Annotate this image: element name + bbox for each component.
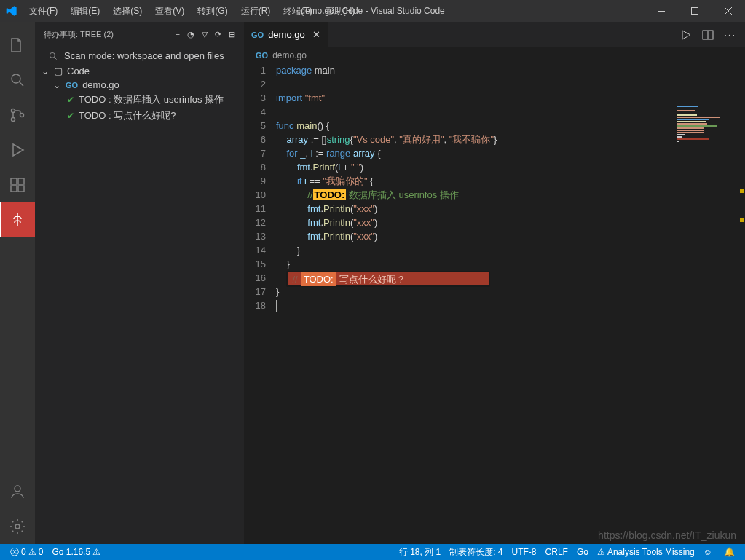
tab-demo-go[interactable]: GO demo.go ✕ [244, 22, 328, 47]
tree-root-label: Code [67, 66, 90, 76]
status-go-version[interactable]: Go 1.16.5 ⚠ [47, 547, 105, 557]
ruler-mark [740, 218, 744, 222]
warning-icon: ⚠ [28, 547, 36, 557]
status-problems[interactable]: ⓧ0 ⚠0 [6, 546, 47, 559]
split-icon[interactable] [702, 29, 714, 41]
svg-point-2 [12, 74, 20, 83]
tree-root[interactable]: ⌄ ▢ Code [35, 64, 244, 78]
svg-rect-7 [11, 186, 17, 192]
minimap[interactable] [677, 106, 735, 149]
line-gutter: 123456789101112131415161718 [244, 63, 276, 544]
svg-point-10 [15, 486, 20, 492]
debug-icon[interactable] [0, 133, 35, 167]
svg-rect-9 [18, 178, 24, 184]
svg-point-5 [20, 114, 24, 117]
ruler-mark [740, 189, 744, 193]
sidebar: 待办事项: TREE (2) ≡ ◔ ▽ ⟳ ⊟ Scan mode: work… [35, 22, 244, 544]
go-file-icon: GO [256, 51, 268, 60]
tree-todo-item[interactable]: ✔ TODO : 数据库插入 userinfos 操作 [35, 92, 244, 108]
filter-icon[interactable]: ▽ [202, 30, 208, 39]
status-tab-size[interactable]: 制表符长度: 4 [445, 546, 507, 559]
menu-item[interactable]: 编辑(E) [65, 2, 106, 20]
tree-file-label: demo.go [82, 79, 119, 90]
gear-icon[interactable] [0, 509, 35, 544]
svg-point-12 [50, 52, 55, 58]
check-circle-icon: ✔ [67, 95, 74, 105]
svg-rect-6 [11, 178, 17, 184]
svg-point-4 [12, 118, 15, 122]
editor-actions: ··· [671, 29, 745, 41]
menu-item[interactable]: 转到(G) [192, 2, 233, 20]
status-ln-col[interactable]: 行 18, 列 1 [395, 546, 445, 559]
svg-point-3 [12, 109, 15, 113]
tree-todo-label: TODO : 数据库插入 userinfos 操作 [79, 93, 224, 106]
svg-rect-8 [18, 186, 24, 192]
todo-tree-icon[interactable] [0, 202, 35, 237]
status-encoding[interactable]: UTF-8 [508, 546, 541, 559]
run-icon[interactable] [680, 29, 692, 41]
close-button[interactable] [712, 0, 745, 22]
go-file-icon: GO [251, 31, 264, 39]
refresh-icon[interactable]: ⟳ [215, 30, 221, 39]
chevron-down-icon: ⌄ [41, 66, 50, 76]
editor-area: GO demo.go ✕ ··· GO demo.go 123456789101… [244, 22, 745, 544]
activity-bar [0, 22, 35, 544]
account-icon[interactable] [0, 474, 35, 509]
sidebar-actions: ≡ ◔ ▽ ⟳ ⊟ [176, 30, 235, 39]
maximize-button[interactable] [678, 0, 712, 22]
scan-mode-text: Scan mode: workspace and open files [64, 50, 224, 61]
window-title: demo.go - Code - Visual Studio Code [300, 6, 445, 16]
source-control-icon[interactable] [0, 98, 35, 133]
more-icon[interactable]: ··· [724, 29, 736, 41]
list-icon[interactable]: ≡ [176, 30, 180, 39]
status-tools-missing[interactable]: ⚠Analysis Tools Missing [593, 546, 699, 559]
status-feedback-icon[interactable]: ☺ [699, 546, 717, 559]
titlebar: 文件(F)编辑(E)选择(S)查看(V)转到(G)运行(R)终端(T)帮助(H)… [0, 0, 745, 22]
status-eol[interactable]: CRLF [541, 546, 572, 559]
menu-item[interactable]: 运行(R) [235, 2, 277, 20]
svg-rect-1 [692, 8, 698, 15]
tab-row: GO demo.go ✕ ··· [244, 22, 745, 47]
editor-body[interactable]: 123456789101112131415161718 package main… [244, 63, 745, 544]
explorer-icon[interactable] [0, 28, 35, 63]
svg-rect-0 [658, 11, 665, 12]
minimize-button[interactable] [645, 0, 678, 22]
menu-item[interactable]: 文件(F) [23, 2, 63, 20]
breadcrumb-file: demo.go [272, 50, 307, 60]
overview-ruler[interactable] [735, 105, 745, 544]
extensions-icon[interactable] [0, 167, 35, 202]
svg-point-11 [15, 524, 20, 529]
error-icon: ⓧ [10, 546, 19, 559]
tree-file[interactable]: ⌄ GO demo.go [35, 78, 244, 92]
sidebar-header: 待办事项: TREE (2) ≡ ◔ ▽ ⟳ ⊟ [35, 22, 244, 47]
status-language[interactable]: Go [572, 546, 593, 559]
tree-todo-label: TODO : 写点什么好呢? [79, 109, 176, 122]
folder-icon: ▢ [54, 66, 63, 76]
breadcrumb[interactable]: GO demo.go [244, 47, 745, 63]
window-controls [645, 0, 745, 22]
tags-icon[interactable]: ◔ [187, 30, 194, 39]
statusbar: ⓧ0 ⚠0 Go 1.16.5 ⚠ 行 18, 列 1 制表符长度: 4 UTF… [0, 544, 745, 560]
tree-todo-item[interactable]: ✔ TODO : 写点什么好呢? [35, 108, 244, 124]
chevron-down-icon: ⌄ [52, 80, 61, 90]
tab-label: demo.go [268, 29, 305, 40]
check-circle-icon: ✔ [67, 111, 74, 121]
warning-icon: ⚠ [92, 547, 100, 557]
status-bell-icon[interactable]: 🔔 [720, 546, 739, 559]
search-icon[interactable] [0, 63, 35, 98]
collapse-icon[interactable]: ⊟ [229, 30, 235, 39]
close-icon[interactable]: ✕ [312, 29, 320, 40]
warning-icon: ⚠ [597, 547, 605, 557]
scan-mode-row[interactable]: Scan mode: workspace and open files [35, 47, 244, 64]
sidebar-title: 待办事项: TREE (2) [44, 29, 114, 40]
menu-item[interactable]: 选择(S) [107, 2, 148, 20]
search-icon [48, 51, 58, 61]
vscode-logo-icon [6, 5, 17, 17]
go-file-icon: GO [66, 81, 78, 90]
menu-item[interactable]: 查看(V) [149, 2, 190, 20]
code-content[interactable]: package mainimport "fmt"func main() { ar… [276, 63, 745, 544]
